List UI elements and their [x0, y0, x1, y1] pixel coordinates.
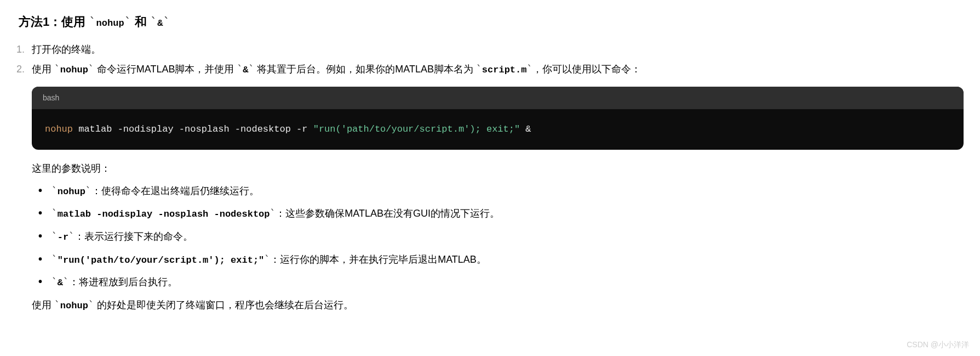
t: 使用	[32, 64, 54, 75]
step-item-1: 打开你的终端。	[16, 41, 964, 58]
bullet-code: matlab -nodisplay -nosplash -nodesktop	[58, 209, 270, 219]
step-1-text: 打开你的终端。	[32, 44, 101, 55]
backtick: `	[51, 207, 58, 219]
code-block-content[interactable]: nohup matlab -nodisplay -nosplash -nodes…	[32, 109, 964, 150]
backtick: `	[68, 230, 74, 242]
bullet-desc: ：运行你的脚本，并在执行完毕后退出MATLAB。	[270, 254, 486, 265]
bullet-desc: ：使得命令在退出终端后仍继续运行。	[91, 185, 259, 196]
code-token-string: "run('path/to/your/script.m'); exit;"	[313, 124, 520, 134]
backtick: `	[237, 63, 243, 75]
inline-code-scriptm: script.m	[482, 65, 527, 75]
inline-code-nohup: nohup	[60, 65, 88, 75]
backtick: `	[54, 63, 60, 75]
section-heading: 方法1：使用 `nohup` 和 `&`	[19, 11, 964, 33]
closing-code-nohup: nohup	[60, 301, 88, 311]
bullet-code: -r	[58, 232, 68, 242]
backtick: `	[150, 15, 157, 29]
t: 命令运行MATLAB脚本，并使用	[94, 64, 237, 75]
bullet-ampersand: `&`：将进程放到后台执行。	[47, 273, 964, 292]
backtick: `	[248, 63, 254, 75]
heading-text-prefix: 方法1：使用	[19, 15, 89, 29]
param-bullet-list: `nohup`：使得命令在退出终端后仍继续运行。 `matlab -nodisp…	[32, 182, 964, 292]
step-2-text: 使用 `nohup` 命令运行MATLAB脚本，并使用 `&` 将其置于后台。例…	[32, 64, 641, 75]
backtick: `	[51, 253, 58, 265]
closing-paragraph: 使用 `nohup` 的好处是即使关闭了终端窗口，程序也会继续在后台运行。	[32, 296, 964, 315]
backtick: `	[89, 15, 96, 29]
bullet-desc: ：表示运行接下来的命令。	[74, 231, 193, 242]
bullet-code: &	[58, 278, 63, 288]
t: 使用	[32, 300, 54, 310]
backtick: `	[476, 63, 482, 75]
heading-code-nohup: nohup	[96, 18, 124, 29]
t: 将其置于后台。例如，如果你的MATLAB脚本名为	[254, 64, 476, 75]
backtick: `	[163, 15, 170, 29]
heading-code-amp: &	[157, 18, 163, 29]
ordered-steps-list: 打开你的终端。 使用 `nohup` 命令运行MATLAB脚本，并使用 `&` …	[16, 41, 964, 315]
code-token-tail: &	[520, 124, 531, 134]
t: 的好处是即使关闭了终端窗口，程序也会继续在后台运行。	[94, 300, 353, 310]
step-item-2: 使用 `nohup` 命令运行MATLAB脚本，并使用 `&` 将其置于后台。例…	[16, 60, 964, 314]
bullet-r-flag: `-r`：表示运行接下来的命令。	[47, 228, 964, 246]
t: ，你可以使用以下命令：	[532, 64, 641, 75]
backtick: `	[526, 63, 532, 75]
bullet-matlab-flags: `matlab -nodisplay -nosplash -nodesktop`…	[47, 205, 964, 223]
inline-code-amp: &	[243, 65, 248, 75]
bullet-run-exit: `"run('path/to/your/script.m'); exit;"`：…	[47, 251, 964, 269]
backtick: `	[51, 185, 58, 196]
param-description-heading: 这里的参数说明：	[32, 160, 964, 177]
backtick: `	[264, 253, 270, 265]
code-block: bash nohup matlab -nodisplay -nosplash -…	[32, 87, 964, 150]
backtick: `	[124, 15, 131, 29]
bullet-desc: ：这些参数确保MATLAB在没有GUI的情况下运行。	[276, 208, 500, 219]
code-block-lang-label: bash	[32, 87, 964, 109]
backtick: `	[85, 185, 91, 196]
backtick: `	[51, 276, 58, 287]
backtick: `	[270, 207, 276, 219]
heading-text-mid: 和	[131, 15, 150, 29]
backtick: `	[88, 63, 94, 75]
bullet-code: "run('path/to/your/script.m'); exit;"	[58, 255, 264, 265]
bullet-nohup: `nohup`：使得命令在退出终端后仍继续运行。	[47, 182, 964, 201]
backtick: `	[63, 276, 69, 287]
backtick: `	[54, 299, 60, 310]
backtick: `	[51, 230, 58, 242]
code-token-body: matlab -nodisplay -nosplash -nodesktop -…	[73, 124, 313, 134]
bullet-desc: ：将进程放到后台执行。	[69, 276, 177, 287]
bullet-code: nohup	[58, 187, 85, 197]
code-token-command: nohup	[45, 124, 73, 134]
backtick: `	[88, 299, 94, 310]
